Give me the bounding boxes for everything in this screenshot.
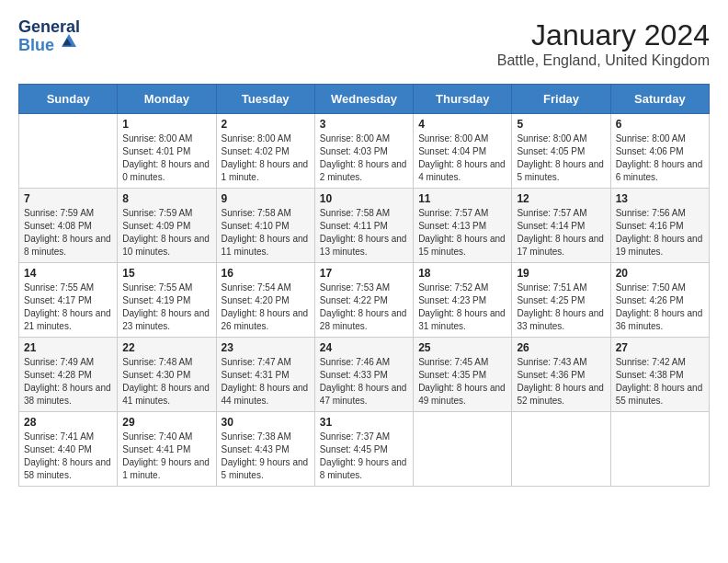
calendar-week-row: 1Sunrise: 8:00 AMSunset: 4:01 PMDaylight… bbox=[19, 114, 710, 189]
day-info: Sunrise: 7:56 AMSunset: 4:16 PMDaylight:… bbox=[616, 207, 704, 259]
calendar-week-row: 7Sunrise: 7:59 AMSunset: 4:08 PMDaylight… bbox=[19, 189, 710, 263]
calendar-cell bbox=[414, 412, 512, 487]
day-number: 3 bbox=[320, 118, 408, 131]
day-number: 16 bbox=[222, 267, 310, 280]
day-info: Sunrise: 7:58 AMSunset: 4:11 PMDaylight:… bbox=[320, 207, 408, 259]
calendar-cell: 15Sunrise: 7:55 AMSunset: 4:19 PMDayligh… bbox=[118, 263, 216, 338]
logo-blue: Blue bbox=[18, 37, 80, 55]
column-header-tuesday: Tuesday bbox=[216, 85, 314, 114]
calendar-cell: 2Sunrise: 8:00 AMSunset: 4:02 PMDaylight… bbox=[216, 114, 314, 189]
day-info: Sunrise: 7:59 AMSunset: 4:09 PMDaylight:… bbox=[122, 207, 210, 259]
page-header: General Blue January 2024 Battle, Englan… bbox=[18, 18, 710, 69]
day-info: Sunrise: 8:00 AMSunset: 4:02 PMDaylight:… bbox=[222, 132, 310, 184]
logo-text: General Blue bbox=[18, 18, 80, 55]
day-info: Sunrise: 7:57 AMSunset: 4:14 PMDaylight:… bbox=[517, 207, 605, 259]
day-info: Sunrise: 8:00 AMSunset: 4:01 PMDaylight:… bbox=[122, 132, 210, 184]
calendar-cell: 13Sunrise: 7:56 AMSunset: 4:16 PMDayligh… bbox=[610, 189, 709, 263]
day-info: Sunrise: 7:59 AMSunset: 4:08 PMDaylight:… bbox=[24, 207, 112, 259]
day-number: 13 bbox=[616, 192, 704, 205]
calendar-cell: 25Sunrise: 7:45 AMSunset: 4:35 PMDayligh… bbox=[414, 338, 512, 412]
calendar-cell: 7Sunrise: 7:59 AMSunset: 4:08 PMDaylight… bbox=[19, 189, 118, 263]
day-info: Sunrise: 7:42 AMSunset: 4:38 PMDaylight:… bbox=[616, 356, 704, 408]
page-title: January 2024 bbox=[497, 18, 710, 52]
calendar-cell: 26Sunrise: 7:43 AMSunset: 4:36 PMDayligh… bbox=[512, 338, 610, 412]
day-info: Sunrise: 8:00 AMSunset: 4:06 PMDaylight:… bbox=[616, 132, 704, 184]
column-header-friday: Friday bbox=[512, 85, 610, 114]
calendar-cell: 22Sunrise: 7:48 AMSunset: 4:30 PMDayligh… bbox=[118, 338, 216, 412]
calendar-cell: 20Sunrise: 7:50 AMSunset: 4:26 PMDayligh… bbox=[610, 263, 709, 338]
calendar-week-row: 14Sunrise: 7:55 AMSunset: 4:17 PMDayligh… bbox=[19, 263, 710, 338]
calendar-cell: 21Sunrise: 7:49 AMSunset: 4:28 PMDayligh… bbox=[19, 338, 118, 412]
day-info: Sunrise: 7:43 AMSunset: 4:36 PMDaylight:… bbox=[517, 356, 605, 408]
calendar-header-row: SundayMondayTuesdayWednesdayThursdayFrid… bbox=[19, 85, 710, 114]
day-number: 29 bbox=[122, 416, 210, 429]
day-number: 9 bbox=[222, 192, 310, 205]
day-info: Sunrise: 7:52 AMSunset: 4:23 PMDaylight:… bbox=[418, 282, 506, 333]
day-info: Sunrise: 7:49 AMSunset: 4:28 PMDaylight:… bbox=[24, 356, 112, 408]
day-number: 18 bbox=[418, 267, 506, 280]
day-info: Sunrise: 7:58 AMSunset: 4:10 PMDaylight:… bbox=[222, 207, 310, 259]
calendar-cell: 17Sunrise: 7:53 AMSunset: 4:22 PMDayligh… bbox=[314, 263, 413, 338]
day-info: Sunrise: 7:55 AMSunset: 4:19 PMDaylight:… bbox=[122, 282, 210, 333]
calendar-cell: 16Sunrise: 7:54 AMSunset: 4:20 PMDayligh… bbox=[216, 263, 314, 338]
calendar-week-row: 28Sunrise: 7:41 AMSunset: 4:40 PMDayligh… bbox=[19, 412, 710, 487]
day-number: 30 bbox=[222, 416, 310, 429]
calendar-cell: 29Sunrise: 7:40 AMSunset: 4:41 PMDayligh… bbox=[118, 412, 216, 487]
calendar-cell: 28Sunrise: 7:41 AMSunset: 4:40 PMDayligh… bbox=[19, 412, 118, 487]
calendar-cell: 9Sunrise: 7:58 AMSunset: 4:10 PMDaylight… bbox=[216, 189, 314, 263]
day-number: 20 bbox=[616, 267, 704, 280]
calendar-cell: 12Sunrise: 7:57 AMSunset: 4:14 PMDayligh… bbox=[512, 189, 610, 263]
calendar-table: SundayMondayTuesdayWednesdayThursdayFrid… bbox=[18, 84, 710, 487]
day-info: Sunrise: 7:37 AMSunset: 4:45 PMDaylight:… bbox=[320, 431, 408, 482]
day-number: 14 bbox=[24, 267, 112, 280]
day-info: Sunrise: 8:00 AMSunset: 4:03 PMDaylight:… bbox=[320, 132, 408, 184]
calendar-week-row: 21Sunrise: 7:49 AMSunset: 4:28 PMDayligh… bbox=[19, 338, 710, 412]
day-number: 28 bbox=[24, 416, 112, 429]
day-number: 10 bbox=[320, 192, 408, 205]
calendar-cell: 18Sunrise: 7:52 AMSunset: 4:23 PMDayligh… bbox=[414, 263, 512, 338]
calendar-cell bbox=[512, 412, 610, 487]
day-info: Sunrise: 7:48 AMSunset: 4:30 PMDaylight:… bbox=[122, 356, 210, 408]
logo: General Blue bbox=[18, 18, 80, 55]
day-info: Sunrise: 7:57 AMSunset: 4:13 PMDaylight:… bbox=[418, 207, 506, 259]
day-number: 19 bbox=[517, 267, 605, 280]
calendar-cell: 6Sunrise: 8:00 AMSunset: 4:06 PMDaylight… bbox=[610, 114, 709, 189]
day-info: Sunrise: 8:00 AMSunset: 4:05 PMDaylight:… bbox=[517, 132, 605, 184]
day-info: Sunrise: 7:41 AMSunset: 4:40 PMDaylight:… bbox=[24, 431, 112, 482]
day-number: 27 bbox=[616, 341, 704, 354]
day-info: Sunrise: 7:40 AMSunset: 4:41 PMDaylight:… bbox=[122, 431, 210, 482]
day-number: 6 bbox=[616, 118, 704, 131]
day-number: 25 bbox=[418, 341, 506, 354]
day-number: 7 bbox=[24, 192, 112, 205]
day-number: 1 bbox=[122, 118, 210, 131]
day-number: 12 bbox=[517, 192, 605, 205]
calendar-cell: 11Sunrise: 7:57 AMSunset: 4:13 PMDayligh… bbox=[414, 189, 512, 263]
column-header-wednesday: Wednesday bbox=[314, 85, 413, 114]
calendar-cell: 31Sunrise: 7:37 AMSunset: 4:45 PMDayligh… bbox=[314, 412, 413, 487]
column-header-saturday: Saturday bbox=[610, 85, 709, 114]
calendar-cell: 27Sunrise: 7:42 AMSunset: 4:38 PMDayligh… bbox=[610, 338, 709, 412]
day-number: 8 bbox=[122, 192, 210, 205]
day-info: Sunrise: 7:45 AMSunset: 4:35 PMDaylight:… bbox=[418, 356, 506, 408]
day-info: Sunrise: 7:51 AMSunset: 4:25 PMDaylight:… bbox=[517, 282, 605, 333]
day-info: Sunrise: 7:47 AMSunset: 4:31 PMDaylight:… bbox=[222, 356, 310, 408]
logo-icon bbox=[58, 30, 80, 52]
calendar-cell bbox=[610, 412, 709, 487]
day-number: 2 bbox=[222, 118, 310, 131]
column-header-thursday: Thursday bbox=[414, 85, 512, 114]
calendar-cell: 30Sunrise: 7:38 AMSunset: 4:43 PMDayligh… bbox=[216, 412, 314, 487]
page-subtitle: Battle, England, United Kingdom bbox=[497, 52, 710, 69]
day-number: 21 bbox=[24, 341, 112, 354]
day-number: 23 bbox=[222, 341, 310, 354]
day-number: 24 bbox=[320, 341, 408, 354]
calendar-cell: 8Sunrise: 7:59 AMSunset: 4:09 PMDaylight… bbox=[118, 189, 216, 263]
calendar-cell bbox=[19, 114, 118, 189]
day-info: Sunrise: 7:50 AMSunset: 4:26 PMDaylight:… bbox=[616, 282, 704, 333]
calendar-cell: 3Sunrise: 8:00 AMSunset: 4:03 PMDaylight… bbox=[314, 114, 413, 189]
column-header-sunday: Sunday bbox=[19, 85, 118, 114]
day-info: Sunrise: 7:53 AMSunset: 4:22 PMDaylight:… bbox=[320, 282, 408, 333]
calendar-cell: 1Sunrise: 8:00 AMSunset: 4:01 PMDaylight… bbox=[118, 114, 216, 189]
day-number: 11 bbox=[418, 192, 506, 205]
day-info: Sunrise: 8:00 AMSunset: 4:04 PMDaylight:… bbox=[418, 132, 506, 184]
calendar-cell: 4Sunrise: 8:00 AMSunset: 4:04 PMDaylight… bbox=[414, 114, 512, 189]
